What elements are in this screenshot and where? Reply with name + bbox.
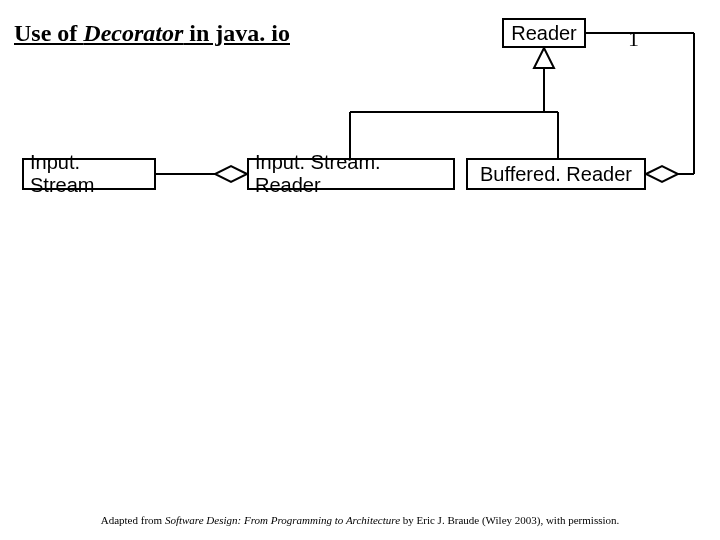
aggregation-diamond-icon	[215, 166, 247, 182]
class-box-inputstreamreader: Input. Stream. Reader	[247, 158, 455, 190]
class-label: Buffered. Reader	[480, 163, 632, 186]
class-box-inputstream: Input. Stream	[22, 158, 156, 190]
class-box-reader: Reader	[502, 18, 586, 48]
caption-prefix: Adapted from	[101, 514, 165, 526]
class-label: Input. Stream	[30, 151, 148, 197]
class-label: Input. Stream. Reader	[255, 151, 447, 197]
title-suffix: in java. io	[183, 20, 290, 46]
generalization-arrowhead-icon	[534, 48, 554, 68]
diagram-title: Use of Decorator in java. io	[14, 20, 290, 47]
title-prefix: Use of	[14, 20, 83, 46]
title-keyword: Decorator	[83, 20, 183, 46]
class-box-bufferedreader: Buffered. Reader	[466, 158, 646, 190]
caption-book: Software Design: From Programming to Arc…	[165, 514, 400, 526]
connectors	[0, 0, 720, 540]
class-label: Reader	[511, 22, 577, 45]
multiplicity-label: 1	[628, 26, 639, 52]
source-caption: Adapted from Software Design: From Progr…	[0, 514, 720, 526]
caption-suffix: by Eric J. Braude (Wiley 2003), with per…	[400, 514, 619, 526]
aggregation-diamond-icon	[646, 166, 678, 182]
